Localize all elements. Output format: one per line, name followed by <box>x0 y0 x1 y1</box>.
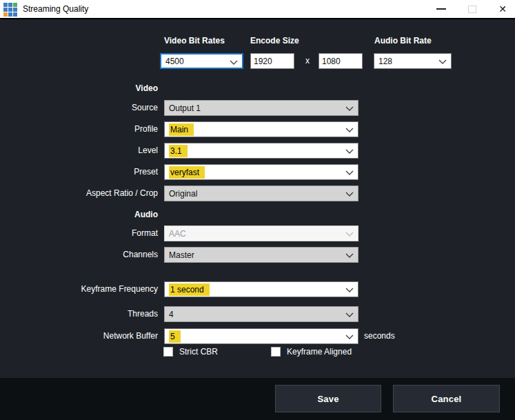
profile-select[interactable]: Main <box>164 121 359 137</box>
preset-value: veryfast <box>169 166 205 179</box>
encode-width-input[interactable] <box>250 53 294 69</box>
audio-section-header: Audio <box>0 210 158 219</box>
keyframe-frequency-value: 1 second <box>169 283 210 296</box>
keyframe-frequency-label: Keyframe Frequency <box>0 281 158 297</box>
keyframe-frequency-select[interactable]: 1 second <box>164 281 359 297</box>
network-buffer-suffix: seconds <box>364 328 395 344</box>
aspect-ratio-crop-label: Aspect Ratio / Crop <box>0 186 158 201</box>
footer-bar: Save Cancel <box>0 378 515 420</box>
source-select[interactable]: Output 1 <box>164 100 359 116</box>
level-label: Level <box>0 143 158 159</box>
chevron-down-icon <box>345 232 354 237</box>
chevron-down-icon <box>345 192 354 197</box>
format-select: AAC <box>164 226 359 241</box>
threads-select[interactable]: 4 <box>164 306 359 322</box>
chevron-down-icon <box>345 128 354 133</box>
profile-label: Profile <box>0 121 158 137</box>
audio-bit-rate-value: 128 <box>378 57 392 66</box>
source-label: Source <box>0 100 158 116</box>
chevron-down-icon <box>345 288 354 293</box>
chevron-down-icon <box>345 170 354 176</box>
format-value: AAC <box>169 229 186 239</box>
preset-label: Preset <box>0 164 158 180</box>
keyframe-aligned-checkbox-row: Keyframe Aligned <box>271 347 352 357</box>
video-bit-rates-label: Video Bit Rates <box>164 36 225 46</box>
network-buffer-label: Network Buffer <box>0 328 158 344</box>
threads-label: Threads <box>0 306 158 322</box>
close-icon[interactable]: ✕ <box>498 0 507 18</box>
strict-cbr-checkbox[interactable] <box>163 347 173 357</box>
source-value: Output 1 <box>169 103 201 113</box>
keyframe-aligned-label: Keyframe Aligned <box>287 347 352 357</box>
maximize-icon[interactable] <box>468 6 476 13</box>
video-bit-rates-value: 4500 <box>165 57 184 66</box>
cancel-button[interactable]: Cancel <box>393 385 500 412</box>
profile-value: Main <box>169 123 194 136</box>
aspect-ratio-crop-value: Original <box>169 189 197 199</box>
channels-value: Master <box>169 250 194 260</box>
chevron-down-icon <box>230 60 238 66</box>
strict-cbr-checkbox-row: Strict CBR <box>163 347 218 357</box>
window-title: Streaming Quality <box>23 0 88 18</box>
chevron-down-icon <box>345 312 354 318</box>
save-button[interactable]: Save <box>275 385 381 412</box>
level-select[interactable]: 3.1 <box>164 143 359 159</box>
title-bar: Streaming Quality ✕ <box>0 0 515 19</box>
encode-height-input[interactable] <box>319 53 363 69</box>
audio-bit-rate-label: Audio Bit Rate <box>374 36 432 46</box>
chevron-down-icon <box>438 59 447 65</box>
chevron-down-icon <box>345 334 354 340</box>
audio-bit-rate-select[interactable]: 128 <box>374 53 452 69</box>
encode-size-separator: x <box>305 53 310 69</box>
app-logo-grid-icon <box>3 3 17 17</box>
chevron-down-icon <box>345 253 354 259</box>
chevron-down-icon <box>345 149 354 154</box>
video-section-header: Video <box>0 83 158 93</box>
preset-select[interactable]: veryfast <box>164 164 359 180</box>
encode-size-label: Encode Size <box>250 36 299 46</box>
chevron-down-icon <box>345 106 354 112</box>
format-label: Format <box>0 226 158 241</box>
strict-cbr-label: Strict CBR <box>179 347 218 357</box>
video-bit-rates-select[interactable]: 4500 <box>160 53 243 69</box>
streaming-quality-window: Streaming Quality ✕ Video Bit Rates Enco… <box>0 0 515 420</box>
minimize-icon[interactable] <box>436 8 446 10</box>
network-buffer-select[interactable]: 5 <box>164 328 359 344</box>
channels-label: Channels <box>0 247 158 263</box>
network-buffer-value: 5 <box>169 330 181 343</box>
aspect-ratio-crop-select[interactable]: Original <box>164 186 359 201</box>
level-value: 3.1 <box>169 145 188 157</box>
channels-select[interactable]: Master <box>164 247 359 263</box>
threads-value: 4 <box>169 310 174 319</box>
keyframe-aligned-checkbox[interactable] <box>271 347 281 357</box>
window-controls: ✕ <box>436 0 507 18</box>
